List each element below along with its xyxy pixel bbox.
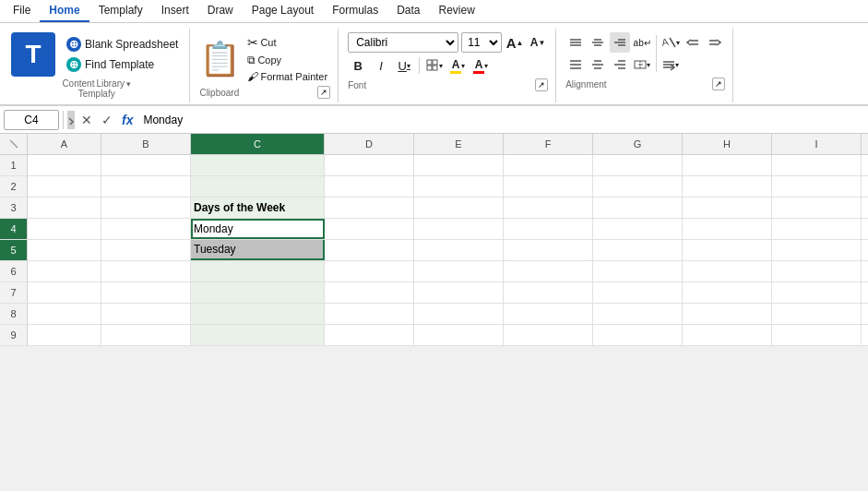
cell-E9[interactable] [414,325,504,345]
col-header-G[interactable]: G [593,134,683,154]
cell-C1[interactable] [191,155,325,175]
col-header-D[interactable]: D [325,134,414,154]
cell-A4[interactable] [28,219,101,239]
cell-G1[interactable] [593,155,683,175]
cell-F8[interactable] [504,304,593,324]
cell-B5[interactable] [101,240,191,260]
row-header-7[interactable]: 7 [0,282,28,303]
cell-E8[interactable] [414,304,504,324]
col-header-I[interactable]: I [772,134,862,154]
cell-G6[interactable] [593,261,683,281]
cell-E5[interactable] [414,240,504,260]
cell-I7[interactable] [772,282,862,303]
col-header-H[interactable]: H [683,134,772,154]
font-size-select[interactable]: 11 [461,32,502,53]
menu-templafy[interactable]: Templafy [89,0,152,22]
row-header-3[interactable]: 3 [0,198,28,218]
cell-F3[interactable] [504,198,593,218]
cell-G3[interactable] [593,198,683,218]
col-header-E[interactable]: E [414,134,504,154]
cell-D5[interactable] [325,240,414,260]
format-cells-button[interactable]: ▾ [660,54,681,75]
cell-F2[interactable] [504,176,593,197]
cell-B9[interactable] [101,325,191,345]
cell-B3[interactable] [101,198,191,218]
merge-center-button[interactable]: ⇔ ▾ [632,54,652,75]
col-header-F[interactable]: F [504,134,593,154]
cell-H3[interactable] [683,198,772,218]
decrease-font-button[interactable]: A▼ [528,32,548,53]
row-header-2[interactable]: 2 [0,176,28,197]
cell-G7[interactable] [593,282,683,303]
cell-A5[interactable] [28,240,101,260]
cell-F6[interactable] [504,261,593,281]
cell-H9[interactable] [683,325,772,345]
cell-A1[interactable] [28,155,101,175]
find-template-button[interactable]: ⊕ Find Template [63,56,182,73]
content-library-chevron[interactable]: ▾ [126,79,131,89]
cell-G9[interactable] [593,325,683,345]
menu-draw[interactable]: Draw [198,0,243,22]
cell-ref-expand[interactable] [67,111,75,129]
cell-E3[interactable] [414,198,504,218]
cell-B2[interactable] [101,176,191,197]
borders-button[interactable]: ▾ [424,55,445,76]
cell-D7[interactable] [325,282,414,303]
menu-review[interactable]: Review [430,0,484,22]
cell-A9[interactable] [28,325,101,345]
cell-C7[interactable] [191,282,325,303]
align-bottom-left-button[interactable] [565,54,586,75]
cancel-formula-button[interactable]: ✕ [78,113,95,127]
italic-button[interactable]: I [371,55,391,76]
cell-C9[interactable] [191,325,325,345]
corner-cell[interactable] [0,134,28,154]
align-bottom-center-button[interactable] [588,54,608,75]
cell-E4[interactable] [414,219,504,239]
cell-E1[interactable] [414,155,504,175]
row-header-5[interactable]: 5 [0,240,28,260]
cell-C8[interactable] [191,304,325,324]
row-header-6[interactable]: 6 [0,261,28,281]
menu-page-layout[interactable]: Page Layout [243,0,323,22]
formula-input[interactable] [139,114,864,126]
cut-button[interactable]: ✂ Cut [244,34,330,51]
bold-button[interactable]: B [348,55,368,76]
alignment-expand-button[interactable]: ↗ [712,78,725,90]
align-right-button[interactable] [610,32,630,53]
function-button[interactable]: fx [119,113,136,127]
cell-G4[interactable] [593,219,683,239]
cell-H6[interactable] [683,261,772,281]
content-library-label[interactable]: Content [62,78,94,89]
cell-D6[interactable] [325,261,414,281]
cell-I8[interactable] [772,304,862,324]
font-name-select[interactable]: Calibri [348,32,458,53]
cell-B6[interactable] [101,261,191,281]
cell-F5[interactable] [504,240,593,260]
cell-A8[interactable] [28,304,101,324]
cell-E7[interactable] [414,282,504,303]
cell-I1[interactable] [772,155,862,175]
cell-F4[interactable] [504,219,593,239]
confirm-formula-button[interactable]: ✓ [99,113,115,127]
cell-D3[interactable] [325,198,414,218]
cell-B4[interactable] [101,219,191,239]
cell-A7[interactable] [28,282,101,303]
cell-D9[interactable] [325,325,414,345]
cell-F1[interactable] [504,155,593,175]
font-expand-button[interactable]: ↗ [535,78,548,91]
font-color-button[interactable]: A ▾ [470,55,491,76]
cell-I6[interactable] [772,261,862,281]
cell-F9[interactable] [504,325,593,345]
align-bottom-right-button[interactable] [610,54,630,75]
cell-G8[interactable] [593,304,683,324]
row-header-1[interactable]: 1 [0,155,28,175]
cell-reference-input[interactable] [4,110,59,130]
menu-insert[interactable]: Insert [152,0,198,22]
row-header-9[interactable]: 9 [0,325,28,345]
cell-H2[interactable] [683,176,772,197]
cell-D2[interactable] [325,176,414,197]
blank-spreadsheet-button[interactable]: ⊕ Blank Spreadsheet [63,36,182,53]
cell-I5[interactable] [772,240,862,260]
cell-I9[interactable] [772,325,862,345]
cell-I4[interactable] [772,219,862,239]
